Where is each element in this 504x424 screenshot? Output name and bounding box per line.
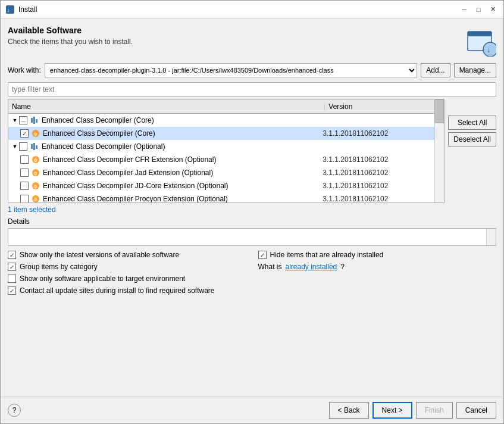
- close-button[interactable]: ✕: [487, 4, 499, 15]
- row-checkbox[interactable]: [20, 195, 29, 202]
- work-with-row: Work with: enhanced-class-decompiler-plu…: [8, 63, 496, 77]
- row-checkbox[interactable]: [19, 116, 27, 124]
- header-icon: ↓: [465, 26, 496, 58]
- help-button[interactable]: ?: [8, 404, 21, 417]
- row-version: 3.1.1.201811062102: [323, 195, 442, 202]
- details-scrollbar[interactable]: [486, 229, 496, 245]
- page-subtitle: Check the items that you wish to install…: [8, 38, 133, 46]
- plugin-icon: ⚙: [31, 129, 40, 138]
- option-contact-label: Contact all update sites during install …: [20, 286, 215, 295]
- option-hide-checkbox[interactable]: [258, 251, 267, 259]
- option-contact-checkbox[interactable]: [8, 286, 16, 295]
- maximize-button[interactable]: □: [472, 4, 484, 15]
- svg-text:↓: ↓: [487, 45, 491, 54]
- already-installed-link[interactable]: already installed: [286, 263, 337, 271]
- footer: ? < Back Next > Finish Cancel: [1, 397, 503, 423]
- svg-text:⚙: ⚙: [33, 132, 37, 137]
- svg-rect-8: [36, 119, 37, 123]
- software-table: Name Version ▼: [8, 99, 444, 203]
- row-version: 3.1.1.201811062102: [323, 182, 442, 190]
- table-row[interactable]: ⚙ Enhanced Class Decompiler JD-Core Exte…: [8, 179, 444, 192]
- titlebar-left: ↓ Install: [5, 5, 37, 14]
- titlebar: ↓ Install ─ □ ✕: [1, 1, 503, 18]
- main-content: Available Software Check the items that …: [1, 18, 503, 397]
- work-with-select[interactable]: enhanced-class-decompiler-plugin-3.1.0 -…: [45, 63, 417, 77]
- deselect-all-button[interactable]: Deselect All: [448, 132, 496, 146]
- footer-right: < Back Next > Finish Cancel: [329, 402, 496, 419]
- row-checkbox[interactable]: [19, 142, 27, 151]
- work-with-label: Work with:: [8, 66, 41, 74]
- option-already-installed: What is already installed ?: [258, 263, 497, 271]
- option-group: Group items by category: [8, 263, 246, 271]
- row-version: 3.1.1.201811062102: [323, 129, 442, 138]
- table-row[interactable]: ▼ Enhanced Class Decompiler (Core): [8, 114, 444, 127]
- row-label: Enhanced Class Decompiler (Core): [42, 116, 323, 124]
- filter-input[interactable]: [8, 82, 496, 96]
- header-text: Available Software Check the items that …: [8, 26, 133, 46]
- option-hide-label: Hide items that are already installed: [270, 251, 384, 259]
- option-hide: Hide items that are already installed: [258, 251, 497, 259]
- titlebar-controls: ─ □ ✕: [458, 4, 499, 15]
- plugin-icon: ⚙: [31, 181, 40, 191]
- option-already-prefix: What is: [258, 263, 282, 271]
- option-group-checkbox[interactable]: [8, 263, 16, 271]
- details-label: Details: [8, 217, 496, 226]
- option-applicable: Show only software applicable to target …: [8, 275, 246, 283]
- table-row[interactable]: ⚙ Enhanced Class Decompiler CFR Extensio…: [8, 153, 444, 166]
- row-label: Enhanced Class Decompiler (Core): [43, 129, 323, 138]
- svg-text:↓: ↓: [7, 7, 10, 13]
- details-section: Details: [8, 217, 496, 246]
- option-latest-checkbox[interactable]: [8, 251, 16, 259]
- row-checkbox[interactable]: [20, 169, 29, 177]
- options-section: Show only the latest versions of availab…: [8, 251, 496, 295]
- table-row[interactable]: ▼ Enhanced Class Decompiler (Optional): [8, 140, 444, 153]
- next-button[interactable]: Next >: [372, 402, 412, 419]
- finish-button[interactable]: Finish: [416, 402, 453, 419]
- row-label: Enhanced Class Decompiler Jad Extension …: [43, 169, 323, 177]
- option-applicable-label: Show only software applicable to target …: [20, 275, 185, 283]
- add-button[interactable]: Add...: [421, 63, 450, 77]
- install-window: ↓ Install ─ □ ✕ Available Software Check…: [0, 0, 504, 424]
- cancel-button[interactable]: Cancel: [456, 402, 496, 419]
- row-checkbox[interactable]: [20, 182, 29, 190]
- row-label: Enhanced Class Decompiler (Optional): [42, 142, 323, 151]
- row-version: 3.1.1.201811062102: [323, 155, 442, 164]
- table-wrapper: Name Version ▼: [8, 99, 496, 203]
- header-section: Available Software Check the items that …: [8, 26, 496, 58]
- svg-text:⚙: ⚙: [33, 171, 37, 176]
- svg-text:⚙: ⚙: [33, 184, 37, 189]
- option-applicable-checkbox[interactable]: [8, 275, 16, 283]
- page-title: Available Software: [8, 26, 133, 35]
- window-title: Install: [18, 5, 37, 14]
- row-checkbox[interactable]: [20, 129, 29, 138]
- select-all-button[interactable]: Select All: [448, 116, 496, 130]
- plugin-icon: ⚙: [31, 155, 40, 164]
- row-checkbox[interactable]: [20, 155, 29, 164]
- svg-text:⚙: ⚙: [33, 197, 37, 202]
- row-version: 3.1.1.201811062102: [323, 169, 442, 177]
- table-scrollbar[interactable]: [434, 99, 444, 202]
- group-icon: [30, 116, 39, 125]
- plugin-icon: ⚙: [31, 168, 40, 177]
- details-box: [8, 228, 496, 246]
- option-latest-label: Show only the latest versions of availab…: [20, 251, 179, 259]
- table-row[interactable]: ⚙ Enhanced Class Decompiler Jad Extensio…: [8, 166, 444, 179]
- install-graphic-icon: ↓: [465, 26, 496, 57]
- option-latest: Show only the latest versions of availab…: [8, 251, 246, 259]
- options-col-right: Hide items that are already installed Wh…: [258, 251, 497, 295]
- expand-icon[interactable]: ▼: [11, 116, 19, 124]
- plugin-icon: ⚙: [31, 194, 40, 202]
- svg-rect-3: [468, 32, 492, 36]
- svg-rect-12: [33, 143, 35, 150]
- table-row[interactable]: ⚙ Enhanced Class Decompiler Procyon Exte…: [8, 192, 444, 202]
- back-button[interactable]: < Back: [329, 402, 369, 419]
- table-container: Name Version ▼: [8, 99, 444, 203]
- table-body[interactable]: ▼ Enhanced Class Decompiler (Core): [8, 114, 444, 202]
- col-version-header: Version: [325, 102, 444, 111]
- svg-rect-13: [36, 145, 37, 149]
- option-contact: Contact all update sites during install …: [8, 286, 246, 295]
- table-row[interactable]: ⚙ Enhanced Class Decompiler (Core) 3.1.1…: [8, 127, 444, 140]
- minimize-button[interactable]: ─: [458, 4, 470, 15]
- expand-icon[interactable]: ▼: [11, 142, 19, 151]
- manage-button[interactable]: Manage...: [454, 63, 496, 77]
